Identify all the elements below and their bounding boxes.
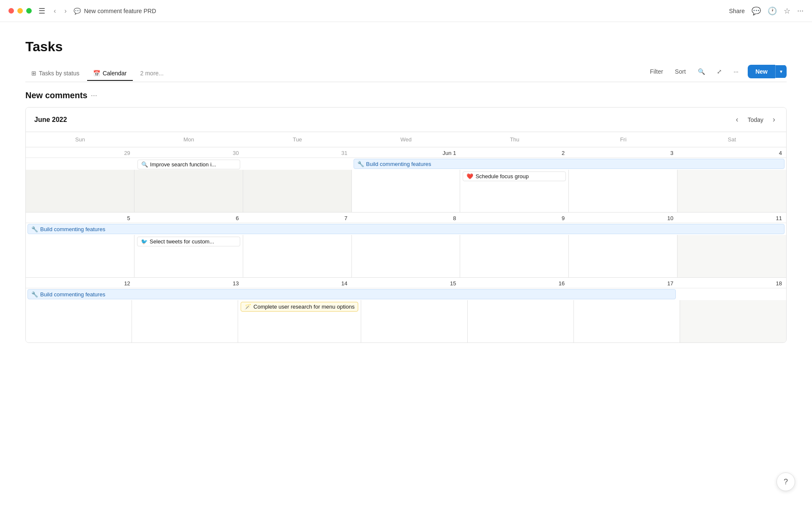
date-cell-jun1: Jun 1 — [352, 147, 461, 157]
tabs-left: ⊞ Tasks by status 📅 Calendar 2 more... — [25, 66, 170, 80]
calendar-next-button[interactable]: › — [770, 114, 778, 125]
date-cell-18: 18 — [678, 278, 786, 288]
back-button[interactable]: ‹ — [52, 6, 58, 17]
page-title: Tasks — [25, 39, 787, 55]
week1-events-thu: ❤️ Schedule focus group — [460, 170, 569, 212]
table-icon: ⊞ — [31, 70, 36, 77]
date-cell-14: 14 — [243, 278, 352, 288]
tab-more[interactable]: 2 more... — [134, 66, 170, 80]
calendar-nav: June 2022 ‹ Today › — [26, 108, 786, 132]
filter-button[interactable]: Filter — [647, 66, 666, 77]
expand-button[interactable]: ⤢ — [714, 66, 724, 77]
date-cell-2: 2 — [460, 147, 569, 157]
forward-button[interactable]: › — [63, 6, 68, 17]
event-build-commenting-1[interactable]: 🔧 Build commenting features — [354, 159, 785, 169]
week3-events-sat — [680, 300, 786, 342]
view-more-button[interactable]: ··· — [731, 66, 741, 77]
bookmark-icon[interactable]: ☆ — [784, 6, 790, 16]
cal-week-1: 29 30 31 Jun 1 2 3 4 🔍 Improve search — [26, 147, 786, 213]
day-header-thu: Thu — [460, 132, 569, 147]
search-icon: 🔍 — [141, 161, 148, 168]
date-cell-9: 9 — [460, 213, 569, 223]
sort-button[interactable]: Sort — [672, 66, 689, 77]
week2-events-mon: 🐦 Select tweets for custom... — [134, 235, 243, 277]
tab-calendar-label: Calendar — [103, 70, 127, 77]
more-options-icon[interactable]: ··· — [797, 6, 804, 15]
help-button[interactable]: ? — [776, 472, 795, 491]
event-improve-search[interactable]: 🔍 Improve search function i... — [137, 160, 240, 169]
window-title-icon: 💬 — [74, 8, 81, 14]
date-cell-4: 4 — [678, 147, 786, 157]
week3-date-row: 12 13 14 15 16 17 18 — [26, 278, 786, 288]
calendar-prev-button[interactable]: ‹ — [733, 114, 741, 125]
week2-events-sun — [26, 235, 134, 277]
cal-week-3: 12 13 14 15 16 17 18 🔧 Build commenting … — [26, 278, 786, 342]
window-title-text: New comment feature PRD — [84, 8, 156, 14]
date-cell-6: 6 — [134, 213, 243, 223]
event-complete-user-research[interactable]: 🪄 Complete user research for menu option… — [241, 302, 358, 312]
tab-tasks-by-status-label: Tasks by status — [39, 70, 80, 77]
wrench-icon: 🔧 — [357, 161, 364, 167]
week3-events-tue: 🪄 Complete user research for menu option… — [238, 300, 361, 342]
date-cell-12: 12 — [26, 278, 134, 288]
day-header-wed: Wed — [352, 132, 461, 147]
new-button[interactable]: New — [748, 65, 775, 78]
maximize-button[interactable] — [26, 8, 32, 14]
cal-week-2: 5 6 7 8 9 10 11 🔧 Build commenting featu… — [26, 213, 786, 278]
event-schedule-focus-group[interactable]: ❤️ Schedule focus group — [463, 171, 566, 181]
week1-events-sat — [678, 170, 786, 212]
day-header-fri: Fri — [569, 132, 678, 147]
tabs-right: Filter Sort 🔍 ⤢ ··· New ▾ — [647, 65, 787, 82]
week3-events-row: 🪄 Complete user research for menu option… — [26, 300, 786, 342]
day-header-mon: Mon — [134, 132, 243, 147]
search-button[interactable]: 🔍 — [695, 66, 708, 77]
week3-events-wed — [361, 300, 467, 342]
heart-icon: ❤️ — [466, 173, 473, 179]
new-dropdown-button[interactable]: ▾ — [775, 65, 787, 78]
week2-events-thu — [460, 235, 569, 277]
day-header-sat: Sat — [678, 132, 786, 147]
date-cell-31: 31 — [243, 147, 352, 157]
section-menu-button[interactable]: ··· — [91, 91, 97, 100]
week1-date-row: 29 30 31 Jun 1 2 3 4 — [26, 147, 786, 158]
week2-span-row: 🔧 Build commenting features — [26, 223, 786, 235]
tabs-bar: ⊞ Tasks by status 📅 Calendar 2 more... F… — [25, 65, 787, 82]
event-build-commenting-2[interactable]: 🔧 Build commenting features — [27, 224, 785, 234]
history-icon[interactable]: 🕐 — [768, 6, 777, 16]
date-cell-8: 8 — [352, 213, 461, 223]
day-header-sun: Sun — [26, 132, 134, 147]
new-btn-group: New ▾ — [748, 65, 787, 78]
minimize-button[interactable] — [17, 8, 23, 14]
week3-events-thu — [468, 300, 574, 342]
calendar-icon: 📅 — [93, 70, 100, 77]
date-cell-15: 15 — [352, 278, 461, 288]
main-content: Tasks ⊞ Tasks by status 📅 Calendar 2 mor… — [0, 22, 812, 351]
event-select-tweets[interactable]: 🐦 Select tweets for custom... — [137, 237, 240, 246]
date-cell-13: 13 — [134, 278, 243, 288]
bird-icon: 🐦 — [141, 238, 148, 245]
menu-button[interactable]: ☰ — [37, 5, 47, 17]
share-button[interactable]: Share — [729, 8, 745, 14]
tab-calendar[interactable]: 📅 Calendar — [87, 66, 133, 81]
calendar-container: June 2022 ‹ Today › Sun Mon Tue Wed Thu … — [25, 107, 787, 343]
week2-events-fri — [569, 235, 678, 277]
date-cell-11: 11 — [678, 213, 786, 223]
close-button[interactable] — [8, 8, 14, 14]
date-cell-7: 7 — [243, 213, 352, 223]
week1-events-tue — [243, 170, 352, 212]
week1-events-sun — [26, 170, 134, 212]
event-build-commenting-3[interactable]: 🔧 Build commenting features — [27, 289, 676, 299]
week1-events-fri — [569, 170, 678, 212]
today-button[interactable]: Today — [744, 115, 767, 125]
titlebar-right: Share 💬 🕐 ☆ ··· — [729, 6, 804, 16]
traffic-lights — [8, 8, 32, 14]
week2-events-tue — [243, 235, 352, 277]
tab-tasks-by-status[interactable]: ⊞ Tasks by status — [25, 66, 85, 81]
section-header: New comments ··· — [25, 91, 787, 100]
calendar-nav-right: ‹ Today › — [733, 114, 778, 125]
week3-events-mon — [132, 300, 238, 342]
date-cell-3: 3 — [569, 147, 678, 157]
comments-icon[interactable]: 💬 — [752, 6, 761, 16]
week2-date-row: 5 6 7 8 9 10 11 — [26, 213, 786, 223]
week1-event-mon: 🔍 Improve search function i... — [134, 158, 243, 171]
